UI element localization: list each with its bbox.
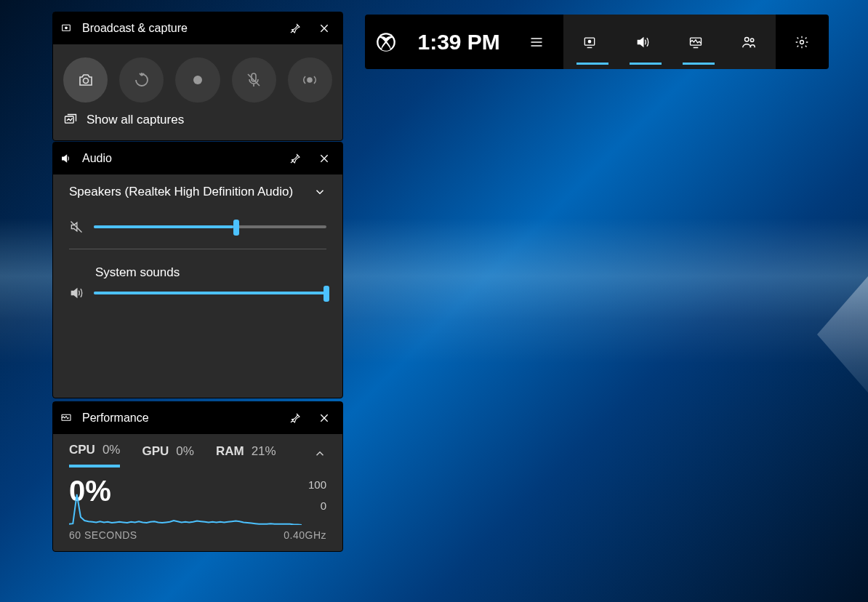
panel-header: Audio: [53, 143, 342, 174]
toolbar-menu-button[interactable]: [510, 15, 563, 69]
show-all-captures-label: Show all captures: [87, 113, 184, 127]
close-button[interactable]: [313, 17, 335, 39]
master-mute-icon[interactable]: [69, 220, 84, 234]
svg-point-12: [308, 78, 312, 82]
svg-point-2: [589, 40, 591, 42]
pin-button[interactable]: [284, 148, 306, 169]
record-last-button[interactable]: [119, 57, 164, 103]
game-bar-toolbar: 1:39 PM: [365, 15, 829, 69]
audio-panel: Audio Speakers (Realtek High Definition …: [52, 142, 343, 398]
mic-toggle-button[interactable]: [232, 57, 276, 103]
close-button[interactable]: [313, 407, 335, 429]
system-volume-slider[interactable]: [94, 292, 326, 294]
toolbar-performance-button[interactable]: [670, 15, 723, 69]
xbox-logo: [365, 32, 407, 52]
toolbar-broadcast-button[interactable]: [563, 15, 616, 69]
tab-ram[interactable]: RAM 21%: [216, 444, 276, 466]
svg-point-4: [745, 37, 750, 41]
broadcast-capture-panel: Broadcast & capture Show all captures: [52, 12, 343, 141]
tab-cpu[interactable]: CPU 0%: [69, 443, 120, 467]
cpu-chart: 0% 100 0 60 SECONDS 0.40GHz: [53, 467, 342, 551]
device-name: Speakers (Realtek High Definition Audio): [69, 185, 293, 199]
performance-panel: Performance CPU 0% GPU 0% RAM 21% 0% 100: [52, 401, 343, 552]
svg-point-6: [800, 40, 804, 44]
divider: [69, 249, 326, 249]
toolbar-audio-button[interactable]: [616, 15, 670, 69]
cpu-frequency: 0.40GHz: [284, 529, 326, 541]
screenshot-button[interactable]: [63, 57, 108, 103]
toolbar-clock: 1:39 PM: [407, 30, 510, 55]
performance-tabs: CPU 0% GPU 0% RAM 21%: [53, 434, 342, 467]
pin-button[interactable]: [284, 407, 306, 429]
panel-header: Broadcast & capture: [53, 12, 342, 44]
chevron-down-icon: [313, 185, 326, 198]
broadcast-title-icon: [60, 23, 72, 34]
collapse-button[interactable]: [313, 447, 326, 464]
tab-gpu[interactable]: GPU 0%: [142, 444, 193, 466]
svg-point-9: [83, 79, 88, 84]
performance-title-icon: [60, 412, 72, 424]
toolbar-social-button[interactable]: [723, 15, 776, 69]
audio-title-icon: [60, 153, 72, 164]
svg-point-5: [751, 39, 754, 41]
capture-buttons-row: [53, 44, 342, 110]
y-max: 100: [308, 475, 326, 496]
x-axis-label: 60 SECONDS: [69, 529, 137, 541]
system-volume-icon[interactable]: [69, 286, 84, 300]
panel-title: Audio: [82, 152, 277, 165]
svg-point-10: [193, 76, 202, 84]
record-button[interactable]: [175, 57, 220, 103]
y-min: 0: [308, 496, 326, 517]
panel-title: Broadcast & capture: [82, 22, 277, 35]
panel-header: Performance: [53, 402, 342, 434]
close-button[interactable]: [313, 148, 335, 169]
start-broadcast-button[interactable]: [288, 57, 332, 103]
show-all-captures-link[interactable]: Show all captures: [53, 110, 342, 140]
panel-title: Performance: [82, 412, 277, 425]
master-volume-slider[interactable]: [94, 225, 326, 228]
svg-point-8: [65, 27, 68, 29]
output-device-dropdown[interactable]: Speakers (Realtek High Definition Audio): [69, 185, 326, 199]
toolbar-settings-button[interactable]: [776, 15, 829, 69]
system-sounds-label: System sounds: [95, 265, 326, 280]
pin-button[interactable]: [284, 17, 306, 39]
